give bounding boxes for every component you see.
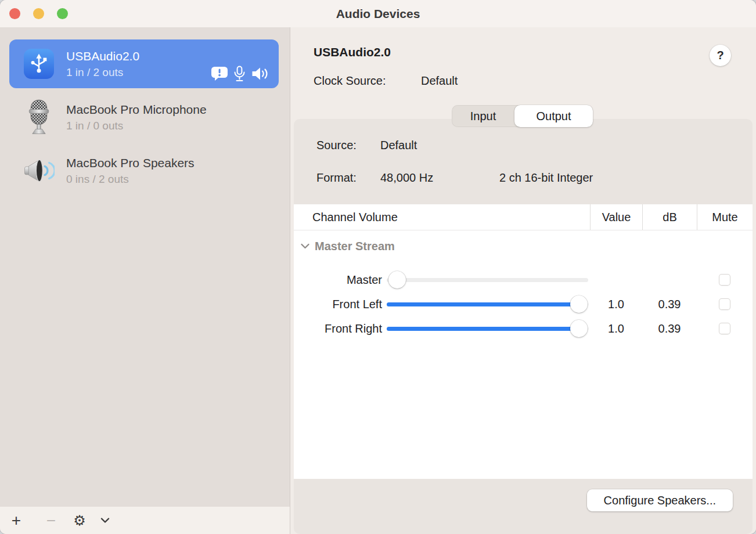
help-button[interactable]: ? — [710, 45, 731, 66]
sidebar-item-usbaudio[interactable]: USBAudio2.0 1 in / 2 outs — [9, 39, 279, 88]
master-volume-slider[interactable] — [387, 278, 588, 282]
chevron-down-icon[interactable] — [100, 518, 110, 523]
col-header-db: dB — [642, 204, 697, 230]
device-sidebar: USBAudio2.0 1 in / 2 outs — [0, 27, 290, 507]
source-label: Source: — [316, 139, 380, 152]
table-header: Channel Volume Value dB Mute — [294, 204, 753, 230]
mute-checkbox[interactable] — [719, 298, 730, 310]
titlebar: Audio Devices — [0, 0, 756, 27]
col-header-value: Value — [590, 204, 642, 230]
clock-source-row: Clock Source:Default — [314, 74, 458, 88]
channel-volume-table: Channel Volume Value dB Mute Master Stre… — [294, 204, 753, 479]
speaker-badge-icon — [251, 67, 268, 81]
mute-checkbox[interactable] — [719, 274, 730, 286]
input-output-segmented-control: Input Output — [452, 105, 593, 127]
tab-input[interactable]: Input — [452, 105, 514, 127]
slider-knob[interactable] — [570, 320, 588, 337]
sidebar-item-macbook-speakers[interactable]: MacBook Pro Speakers 0 ins / 2 outs — [9, 146, 279, 195]
disclosure-chevron-icon[interactable] — [301, 243, 309, 249]
front-left-volume-slider[interactable] — [387, 302, 588, 306]
front-right-volume-slider[interactable] — [387, 327, 588, 331]
slider-knob[interactable] — [388, 271, 406, 288]
usb-device-icon — [23, 46, 55, 82]
mute-checkbox[interactable] — [719, 323, 730, 334]
configure-speakers-button[interactable]: Configure Speakers... — [587, 489, 733, 511]
table-row-master: Master — [294, 268, 753, 292]
device-io-summary: 0 ins / 2 outs — [66, 173, 195, 186]
format-label: Format: — [316, 171, 380, 185]
channel-label: Front Left — [294, 298, 382, 311]
tab-output[interactable]: Output — [514, 105, 593, 127]
remove-device-button[interactable]: − — [44, 511, 58, 530]
window-title: Audio Devices — [0, 0, 756, 27]
device-name: USBAudio2.0 — [66, 49, 139, 63]
device-name: MacBook Pro Microphone — [66, 103, 207, 117]
speaker-device-icon — [23, 153, 55, 189]
sidebar-item-macbook-microphone[interactable]: MacBook Pro Microphone 1 in / 0 outs — [9, 93, 279, 142]
source-row: Source:Default — [316, 139, 417, 152]
add-device-button[interactable]: + — [9, 511, 23, 530]
microphone-device-icon — [23, 99, 55, 135]
slider-knob[interactable] — [570, 295, 588, 313]
db-cell: 0.39 — [642, 298, 697, 311]
channel-label: Master — [294, 273, 382, 287]
table-row-front-right: Front Right 1.0 0.39 — [294, 316, 753, 341]
value-cell: 1.0 — [590, 322, 642, 335]
source-value[interactable]: Default — [380, 139, 417, 151]
master-stream-group-row[interactable]: Master Stream — [294, 236, 753, 256]
microphone-badge-icon — [233, 66, 246, 82]
device-badges — [211, 66, 268, 82]
clock-source-label: Clock Source: — [314, 74, 421, 88]
col-header-channel-volume: Channel Volume — [294, 204, 590, 230]
clock-source-value: Default — [421, 74, 458, 87]
sidebar-toolbar: + − ⚙︎ — [0, 507, 290, 534]
device-detail-panel: USBAudio2.0 Clock Source:Default ? Sourc… — [290, 27, 756, 534]
detail-device-name: USBAudio2.0 — [314, 45, 391, 59]
tab-content-card: Source:Default Format:48,000 Hz 2 ch 16-… — [294, 119, 753, 534]
db-cell: 0.39 — [642, 322, 697, 335]
alert-bubble-icon — [211, 66, 228, 81]
format-row: Format:48,000 Hz 2 ch 16-bit Integer — [316, 171, 723, 185]
channel-label: Front Right — [294, 322, 382, 335]
table-row-front-left: Front Left 1.0 0.39 — [294, 292, 753, 316]
gear-icon[interactable]: ⚙︎ — [71, 513, 88, 529]
device-name: MacBook Pro Speakers — [66, 156, 195, 170]
col-header-mute: Mute — [697, 204, 753, 230]
format-channels-value[interactable]: 2 ch 16-bit Integer — [499, 171, 593, 185]
format-rate-value[interactable]: 48,000 Hz — [380, 171, 433, 184]
audio-devices-window: Audio Devices USBAudio2. — [0, 0, 756, 534]
device-io-summary: 1 in / 0 outs — [66, 120, 207, 132]
group-label: Master Stream — [315, 240, 395, 253]
device-io-summary: 1 in / 2 outs — [66, 66, 139, 79]
value-cell: 1.0 — [590, 298, 642, 311]
